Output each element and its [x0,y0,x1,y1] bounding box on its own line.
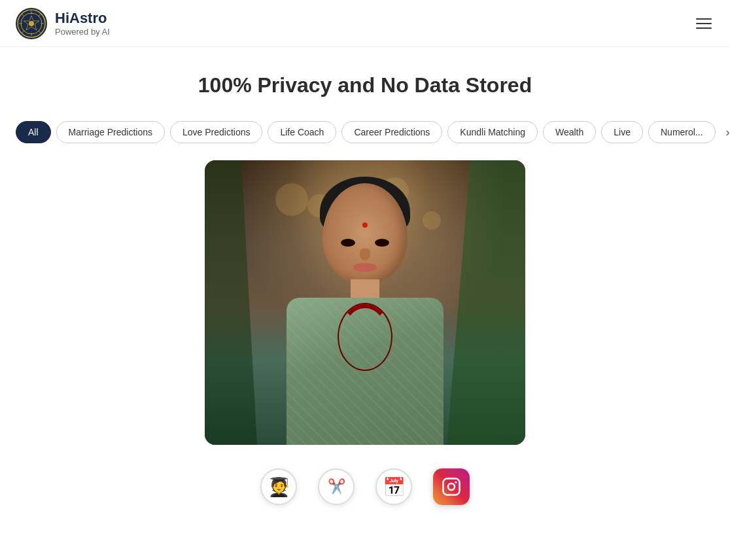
tab-kundli[interactable]: Kundli Matching [447,121,538,143]
main-image-inner [205,160,525,445]
svg-point-14 [455,481,457,483]
hamburger-line-1 [696,18,712,20]
svg-point-2 [29,21,34,26]
tab-love[interactable]: Love Predictions [170,121,263,143]
instagram-icon [433,468,470,505]
filter-tabs: AllMarriage PredictionsLove PredictionsL… [0,111,730,154]
plant-left [205,160,257,445]
eye-left [341,239,355,247]
bottom-nav-calendar[interactable]: 📅 [375,468,412,505]
menu-button[interactable] [693,16,714,31]
calendar-icon: 📅 [375,468,412,505]
body-kurta [287,298,443,445]
tab-life[interactable]: Life Coach [268,121,336,143]
mala-beads [339,304,391,370]
scissors-icon: ✂️ [318,468,355,505]
tab-numerol[interactable]: Numerol... [648,121,716,143]
logo-area: HiAstro Powered by AI [16,8,110,39]
logo-icon [16,8,47,39]
tab-marriage[interactable]: Marriage Predictions [56,121,165,143]
header: HiAstro Powered by AI [0,0,730,47]
scroll-right-arrow[interactable]: › [721,123,730,142]
astrologer-icon: 🧑‍🎓 [260,468,297,505]
bottom-nav: 🧑‍🎓 ✂️ 📅 [0,458,730,521]
bottom-nav-instagram[interactable] [433,468,470,505]
svg-point-13 [448,483,455,490]
bottom-nav-scissors[interactable]: ✂️ [318,468,355,505]
bottom-nav-astrologer[interactable]: 🧑‍🎓 [260,468,297,505]
tab-live[interactable]: Live [601,121,643,143]
app-subtitle: Powered by AI [55,27,110,37]
hero-title: 100% Privacy and No Data Stored [16,73,714,97]
tab-all[interactable]: All [16,121,51,143]
figure [267,170,463,445]
main-image-container [0,154,730,458]
tab-wealth[interactable]: Wealth [543,121,596,143]
hero-section: 100% Privacy and No Data Stored [0,47,730,111]
lips [353,263,377,272]
hamburger-line-3 [696,27,712,29]
app-title: HiAstro [55,10,110,27]
svg-rect-12 [443,479,460,495]
bindi [362,222,368,228]
tab-career[interactable]: Career Predictions [341,121,442,143]
logo-text-group: HiAstro Powered by AI [55,10,110,37]
main-image [205,160,525,445]
hamburger-line-2 [696,23,712,24]
eye-right [375,239,389,247]
nose [360,249,370,260]
